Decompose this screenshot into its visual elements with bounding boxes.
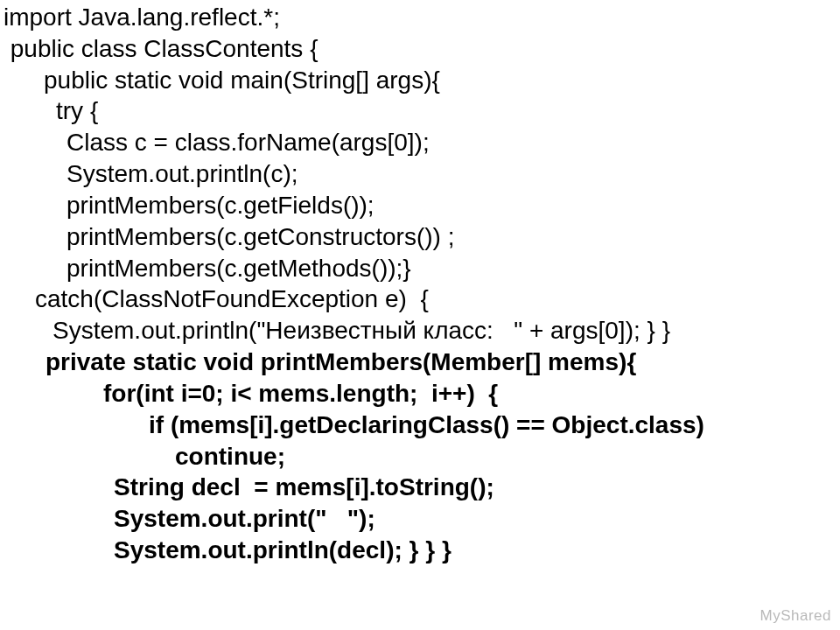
code-line: System.out.println(c);: [0, 158, 840, 190]
code-line: printMembers(c.getConstructors()) ;: [0, 221, 840, 253]
code-line: System.out.print(" ");: [0, 503, 840, 535]
code-line: printMembers(c.getFields());: [0, 190, 840, 221]
code-line: public static void main(String[] args){: [0, 65, 840, 96]
code-line: printMembers(c.getMethods());}: [0, 253, 840, 284]
code-line: String decl = mems[i].toString();: [0, 472, 840, 503]
code-line: import Java.lang.reflect.*;: [0, 2, 840, 33]
code-line: catch(ClassNotFoundException e) {: [0, 284, 840, 315]
code-line: continue;: [0, 441, 840, 472]
code-line: Class c = class.forName(args[0]);: [0, 127, 840, 158]
watermark-text: MyShared: [760, 607, 831, 625]
code-line: if (mems[i].getDeclaringClass() == Objec…: [0, 410, 840, 441]
code-line: try {: [0, 95, 840, 127]
code-block: import Java.lang.reflect.*; public class…: [0, 0, 840, 566]
code-line: private static void printMembers(Member[…: [0, 346, 840, 378]
code-line: System.out.println("Неизвестный класс: "…: [0, 315, 840, 346]
code-line: System.out.println(decl); } } }: [0, 535, 840, 566]
code-line: for(int i=0; i< mems.length; i++) {: [0, 378, 840, 410]
code-line: public class ClassContents {: [0, 33, 840, 65]
